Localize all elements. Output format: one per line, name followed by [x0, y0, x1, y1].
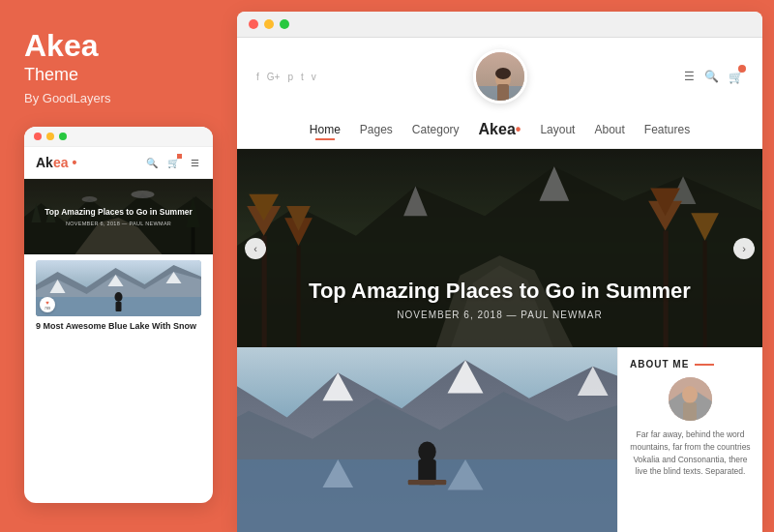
mobile-logo-dot: •: [72, 155, 76, 170]
browser-dot-red[interactable]: [249, 19, 258, 29]
svg-rect-55: [683, 402, 697, 421]
browser-dot-yellow[interactable]: [264, 19, 274, 29]
mobile-hero-meta: NOVEMBER 6, 2018 — PAUL NEWMAR: [66, 221, 171, 226]
brand-subtitle: Theme: [24, 65, 213, 85]
hero-next-button[interactable]: ›: [733, 238, 755, 259]
browser-content: f G+ p t v: [237, 38, 762, 532]
desktop-menu-icon[interactable]: 🔍: [704, 70, 719, 83]
brand-by: By GoodLayers: [24, 91, 213, 105]
desktop-search-icon[interactable]: ☰: [684, 70, 695, 83]
desktop-cart[interactable]: 🛒: [729, 68, 743, 85]
sidebar-about-widget: ABOUT ME Far far away, behind the word m…: [617, 347, 762, 532]
mobile-hero-overlay: Top Amazing Places to Go in Summer NOVEM…: [24, 179, 213, 254]
desktop-nav: Home Pages Category Akea• Layout About F…: [256, 111, 743, 148]
mobile-preview-card: Akea • 🔍 🛒 ☰: [24, 127, 213, 503]
bottom-section: ABOUT ME Far far away, behind the word m…: [237, 347, 762, 532]
desktop-logo-area: [473, 49, 527, 103]
main-content: Top Amazing Places to Go in Summer NOVEM…: [237, 149, 762, 532]
svg-point-22: [495, 68, 511, 79]
dot-yellow: [46, 133, 54, 140]
nav-item-about[interactable]: About: [594, 123, 624, 136]
cart-icon[interactable]: 🛒: [166, 156, 180, 169]
cart-badge: [177, 154, 182, 159]
brand-title: Akea: [24, 29, 213, 63]
header-right-icons: ☰ 🔍 🛒: [684, 68, 743, 85]
twitter-icon[interactable]: t: [301, 72, 304, 82]
vimeo-icon[interactable]: v: [312, 72, 316, 82]
svg-rect-51: [408, 480, 447, 485]
browser-bar: [237, 12, 762, 38]
menu-icon[interactable]: ☰: [188, 156, 201, 169]
dot-green: [59, 133, 67, 140]
mobile-nav-icons: 🔍 🛒 ☰: [145, 156, 201, 169]
hero-title: Top Amazing Places to Go in Summer: [309, 279, 691, 304]
nav-item-home[interactable]: Home: [310, 123, 341, 136]
nav-item-pages[interactable]: Pages: [360, 123, 393, 136]
content-left: Top Amazing Places to Go in Summer NOVEM…: [237, 149, 762, 532]
dot-red: [34, 133, 42, 140]
nav-item-features[interactable]: Features: [644, 123, 690, 136]
search-icon[interactable]: 🔍: [145, 156, 159, 169]
left-panel: Akea Theme By GoodLayers Akea • 🔍 🛒 ☰: [0, 0, 237, 532]
facebook-icon[interactable]: f: [256, 72, 259, 82]
desktop-cart-icon: 🛒: [729, 71, 743, 84]
hero-slider: Top Amazing Places to Go in Summer NOVEM…: [237, 149, 762, 347]
right-panel: f G+ p t v: [237, 12, 762, 532]
nav-item-layout[interactable]: Layout: [540, 123, 575, 136]
widget-about-text: Far far away, behind the word mountains,…: [630, 429, 751, 478]
mobile-article-image: ♥ 789: [36, 260, 201, 316]
mobile-hero-title: Top Amazing Places to Go in Summer: [45, 207, 193, 218]
mobile-hero: Top Amazing Places to Go in Summer NOVEM…: [24, 179, 213, 254]
brand: Akea Theme By GoodLayers: [24, 29, 213, 105]
desktop-nav-logo: Akea•: [479, 121, 521, 138]
svg-point-49: [418, 441, 435, 461]
mobile-logo: Akea •: [36, 155, 76, 170]
desktop-header: f G+ p t v: [237, 38, 762, 149]
svg-point-54: [682, 386, 698, 403]
cart-notification-dot: [738, 65, 746, 73]
pinterest-icon[interactable]: p: [287, 72, 293, 82]
social-icons: f G+ p t v: [256, 72, 316, 82]
hero-meta: NOVEMBER 6, 2018 — PAUL NEWMAR: [397, 310, 602, 320]
hero-prev-button[interactable]: ‹: [245, 238, 266, 259]
nav-item-category[interactable]: Category: [412, 123, 460, 136]
mobile-browser-bar: [24, 127, 213, 147]
mobile-article-title: 9 Most Awesome Blue Lake With Snow: [36, 321, 201, 333]
widget-title: ABOUT ME: [630, 359, 751, 369]
svg-rect-17: [116, 302, 122, 311]
mobile-article: ♥ 789 9 Most Awesome Blue Lake With Snow: [24, 254, 213, 340]
widget-avatar: [669, 377, 712, 421]
nav-logo-accent: ea: [498, 121, 516, 137]
mobile-nav: Akea • 🔍 🛒 ☰: [24, 147, 213, 179]
blog-image: [237, 347, 617, 532]
hero-overlay: Top Amazing Places to Go in Summer NOVEM…: [237, 149, 762, 347]
svg-rect-21: [497, 84, 509, 103]
desktop-header-top: f G+ p t v: [256, 49, 743, 111]
svg-point-16: [115, 292, 123, 302]
header-avatar: [473, 49, 527, 103]
blog-preview: [237, 347, 617, 532]
browser-dot-green[interactable]: [280, 19, 289, 29]
googleplus-icon[interactable]: G+: [267, 72, 281, 82]
mobile-logo-accent: ea: [53, 155, 69, 170]
nav-logo-dot: •: [516, 121, 521, 137]
